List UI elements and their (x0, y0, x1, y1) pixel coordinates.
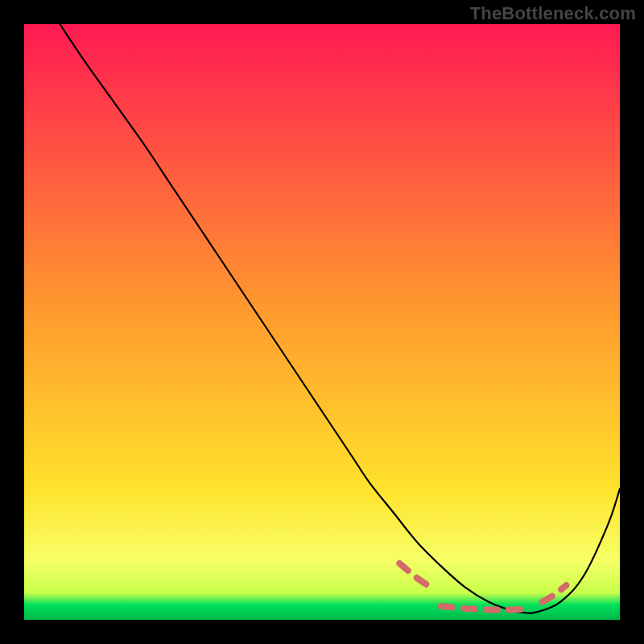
chart-frame: TheBottleneck.com (0, 0, 644, 644)
gradient-background (24, 24, 620, 620)
plot-svg (24, 24, 620, 620)
watermark-text: TheBottleneck.com (470, 3, 636, 24)
plot-area (24, 24, 620, 620)
series-dash-bottom (441, 606, 530, 610)
